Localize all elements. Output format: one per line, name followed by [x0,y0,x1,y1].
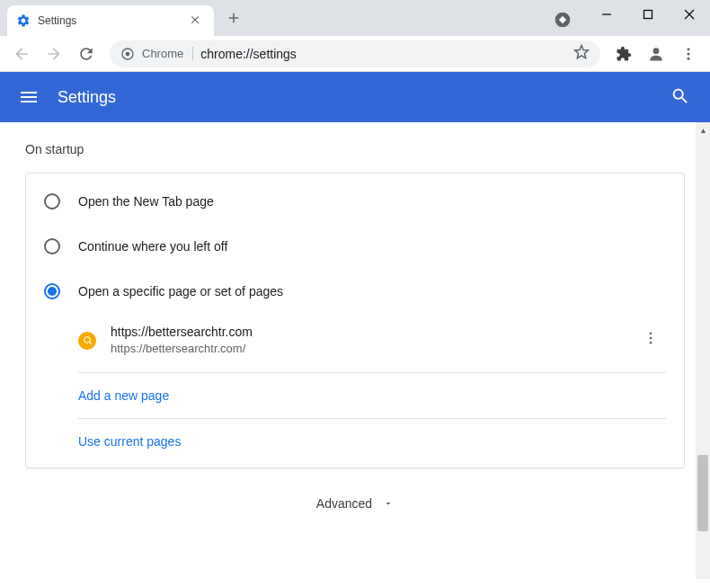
svg-point-7 [653,48,660,54]
hamburger-menu-icon[interactable] [18,86,40,108]
browser-tab[interactable]: Settings [7,5,214,36]
advanced-toggle[interactable]: Advanced [316,496,394,511]
page-title: Settings [58,88,670,107]
svg-point-13 [650,332,652,334]
divider [78,418,666,419]
svg-point-9 [688,52,690,55]
omnibox-url: chrome://settings [200,47,566,61]
svg-line-12 [89,343,91,344]
minimize-button[interactable] [586,0,627,29]
svg-point-8 [688,48,690,50]
svg-point-15 [650,342,652,344]
advanced-label: Advanced [316,496,372,511]
add-page-row[interactable]: Add a new page [26,375,684,416]
window-controls [586,0,710,36]
radio-icon [44,193,60,209]
maximize-button[interactable] [627,0,669,29]
search-icon[interactable] [670,86,692,108]
chevron-down-icon [383,498,394,509]
radio-option-continue[interactable]: Continue where you left off [26,224,684,269]
startup-page-row: https://bettersearchtr.com https://bette… [26,314,684,370]
startup-card: Open the New Tab page Continue where you… [25,173,685,468]
close-window-button[interactable] [669,0,710,29]
tab-strip: Settings [0,0,710,36]
content-area: PCrisk.com On startup Open the New Tab p… [0,122,710,579]
back-button[interactable] [7,40,36,68]
radio-icon [44,238,60,254]
startup-page-title: https://bettersearchtr.com [111,324,635,342]
chrome-icon [120,47,135,61]
svg-point-11 [84,337,90,343]
kebab-menu-icon[interactable] [635,323,666,358]
radio-label: Continue where you left off [78,239,227,254]
radio-option-specific-pages[interactable]: Open a specific page or set of pages [26,269,684,314]
new-tab-button[interactable] [221,5,246,31]
gear-icon [16,13,31,28]
use-current-row[interactable]: Use current pages [26,421,684,462]
radio-label: Open the New Tab page [78,194,214,209]
section-title: On startup [25,142,685,156]
close-icon[interactable] [185,12,205,31]
startup-page-url: https://bettersearchtr.com/ [111,341,635,357]
toolbar: Chrome chrome://settings [0,36,710,72]
profile-badge-icon[interactable] [554,11,572,29]
address-bar[interactable]: Chrome chrome://settings [110,40,600,67]
bookmark-star-icon[interactable] [573,44,590,64]
reload-button[interactable] [72,40,101,68]
svg-point-14 [650,337,652,340]
radio-option-new-tab[interactable]: Open the New Tab page [26,179,684,224]
extensions-icon[interactable] [609,40,638,68]
svg-point-10 [688,57,690,59]
profile-icon[interactable] [642,40,670,68]
forward-button[interactable] [40,40,68,68]
divider [78,372,666,373]
favicon-icon [78,332,96,350]
settings-header: Settings [0,72,710,122]
radio-icon [44,283,60,299]
advanced-section: Advanced [25,468,685,530]
kebab-menu-icon[interactable] [674,40,703,68]
radio-label: Open a specific page or set of pages [78,284,283,298]
svg-point-6 [126,51,130,56]
svg-rect-2 [644,11,652,19]
tab-title: Settings [38,14,185,27]
add-page-link: Add a new page [78,388,169,403]
omnibox-chip: Chrome [142,47,193,60]
use-current-link: Use current pages [78,434,181,449]
